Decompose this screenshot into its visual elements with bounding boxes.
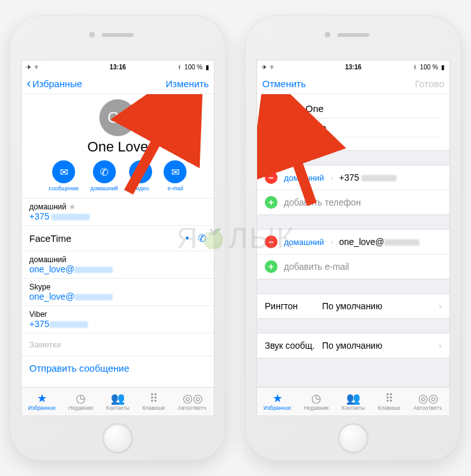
notes-row[interactable]: Заметки <box>22 333 214 356</box>
action-call[interactable]: ✆домашний <box>90 160 118 192</box>
add-email-label: добавить e-mail <box>284 262 442 272</box>
action-row: ✉сообщение ✆домашний ■видео ✉e-mail <box>22 160 214 192</box>
plus-icon[interactable]: + <box>265 196 278 209</box>
plus-icon[interactable]: + <box>265 260 278 273</box>
ringtone-value: По умолчанию <box>322 301 439 311</box>
facetime-label: FaceTime <box>29 233 71 244</box>
email-type-label[interactable]: домашний <box>284 237 324 247</box>
phone-label: домашний <box>29 202 66 211</box>
status-time: 13:16 <box>345 64 362 71</box>
battery-icon: ▮ <box>441 64 445 71</box>
edit-label: Изменить <box>165 78 209 89</box>
chevron-right-icon: › <box>330 238 333 246</box>
facetime-audio-icon[interactable]: ✆ <box>198 232 206 244</box>
redacted <box>52 214 90 220</box>
avatar[interactable]: OL <box>99 99 136 136</box>
company-field[interactable] <box>306 137 442 145</box>
tab-voicemail[interactable]: ◎◎Автоответч. <box>178 393 207 411</box>
skype-label: Skype <box>29 283 206 291</box>
phone-group: – домашний › +375 + добавить телефон <box>257 165 449 215</box>
email-label: домашний <box>29 255 206 264</box>
email-edit-row[interactable]: – домашний › one_love@ <box>257 230 449 254</box>
action-video[interactable]: ■видео <box>129 160 152 192</box>
minus-icon[interactable]: – <box>265 171 278 184</box>
chevron-right-icon: › <box>439 340 442 351</box>
star-icon: ★ <box>37 393 47 404</box>
name-fields: One Love <box>306 99 442 145</box>
speaker <box>337 33 369 37</box>
redacted <box>74 267 113 273</box>
email-group: – домашний › one_love@ + добавить e-mail <box>257 229 449 279</box>
home-button[interactable] <box>102 423 133 454</box>
phone-row[interactable]: домашний ★ +375 <box>22 198 214 225</box>
cancel-button[interactable]: Отменить <box>262 78 306 89</box>
action-message[interactable]: ✉сообщение <box>49 160 79 192</box>
bluetooth-icon: ᚼ <box>413 64 417 71</box>
clock-icon: ◷ <box>311 393 321 404</box>
send-message-button[interactable]: Отправить сообщение <box>22 356 214 380</box>
redacted <box>74 294 113 300</box>
viber-label: Viber <box>29 310 206 319</box>
facetime-row[interactable]: FaceTime ▪✆ <box>22 225 214 251</box>
tab-contacts[interactable]: 👥Контакты <box>106 393 130 411</box>
tab-keypad[interactable]: ⠿Клавиши <box>378 393 400 411</box>
phone-icon: ✆ <box>93 160 116 183</box>
tab-voicemail[interactable]: ◎◎Автоответч. <box>413 393 443 411</box>
airplane-icon: ✈ <box>26 64 31 71</box>
keypad-icon: ⠿ <box>150 393 158 404</box>
edit-button[interactable]: Изменить <box>165 78 209 89</box>
front-camera <box>325 32 330 38</box>
voicemail-icon: ◎◎ <box>183 393 203 404</box>
add-email-row[interactable]: + добавить e-mail <box>257 254 449 279</box>
add-phone-row[interactable]: + добавить телефон <box>257 190 449 214</box>
tab-contacts[interactable]: 👥Контакты <box>342 393 365 411</box>
text-sound-row[interactable]: Звук сообщ. По умолчанию › <box>257 333 449 358</box>
contact-name: One Love <box>22 139 214 155</box>
done-button[interactable]: Готово <box>415 78 444 89</box>
skype-row[interactable]: Skype one_love@ <box>22 278 214 305</box>
first-name-field[interactable]: One <box>306 99 442 118</box>
chevron-right-icon: › <box>330 174 333 181</box>
airplane-icon: ✈ <box>262 64 267 71</box>
tab-favorites[interactable]: ★Избранное <box>264 393 291 411</box>
phone-number: +375 <box>29 211 50 221</box>
screen-left: ✈ ᯤ 13:16 ᚼ 100 % ▮ ‹ Избранные Изменить… <box>21 60 214 416</box>
phone-right: ✈ ᯤ 13:16 ᚼ 100 % ▮ Отменить Готово фото… <box>245 15 461 461</box>
action-email[interactable]: ✉e-mail <box>164 160 186 192</box>
done-label: Готово <box>415 78 444 89</box>
front-camera <box>89 32 95 38</box>
tab-recents[interactable]: ◷Недавние <box>68 393 93 411</box>
star-icon: ★ <box>69 202 76 211</box>
phone-type-label[interactable]: домашний <box>284 173 324 183</box>
text-sound-label: Звук сообщ. <box>265 340 322 351</box>
voicemail-icon: ◎◎ <box>418 393 439 404</box>
clock-icon: ◷ <box>76 393 86 404</box>
battery-icon: ▮ <box>206 64 209 71</box>
tab-bar: ★Избранное ◷Недавние 👥Контакты ⠿Клавиши … <box>22 387 214 416</box>
keypad-icon: ⠿ <box>385 393 393 404</box>
contacts-icon: 👥 <box>111 393 125 404</box>
contact-view: OL One Love ✉сообщение ✆домашний ■видео … <box>22 94 214 387</box>
status-bar: ✈ ᯤ 13:16 ᚼ 100 % ▮ <box>257 60 449 73</box>
email-row[interactable]: домашний one_love@ <box>22 251 214 278</box>
tab-bar: ★Избранное ◷Недавние 👥Контакты ⠿Клавиши … <box>257 387 449 416</box>
redacted <box>50 321 88 328</box>
tab-recents[interactable]: ◷Недавние <box>304 393 328 411</box>
minus-icon[interactable]: – <box>265 235 278 248</box>
last-name-field[interactable]: Love <box>306 118 442 137</box>
back-button[interactable]: ‹ Избранные <box>27 78 82 89</box>
facetime-video-icon[interactable]: ▪ <box>185 232 189 244</box>
video-icon: ■ <box>129 160 152 183</box>
viber-row[interactable]: Viber +375 <box>22 305 214 333</box>
redacted <box>384 239 419 246</box>
add-photo-button[interactable]: фото <box>265 99 299 134</box>
battery-text: 100 % <box>420 64 438 71</box>
tab-keypad[interactable]: ⠿Клавиши <box>143 393 165 411</box>
edit-header: фото One Love <box>257 94 449 151</box>
ringtone-row[interactable]: Рингтон По умолчанию › <box>257 293 449 319</box>
nav-bar: Отменить Готово <box>257 73 449 94</box>
home-button[interactable] <box>338 423 369 454</box>
phone-value: +375 <box>339 172 360 183</box>
phone-edit-row[interactable]: – домашний › +375 <box>257 165 449 190</box>
tab-favorites[interactable]: ★Избранное <box>28 393 55 411</box>
